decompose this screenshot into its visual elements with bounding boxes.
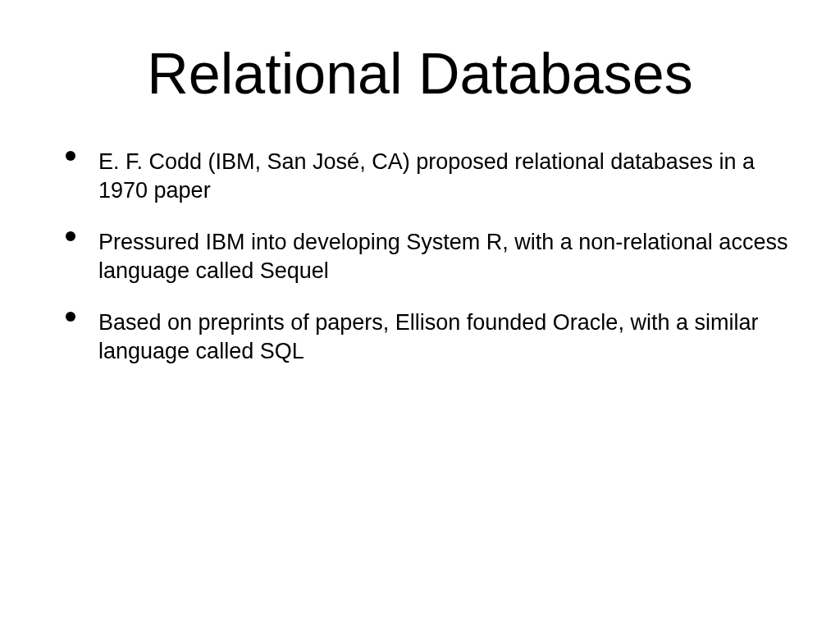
slide-title: Relational Databases (49, 41, 791, 107)
bullet-list: E. F. Codd (IBM, San José, CA) proposed … (49, 148, 791, 367)
bullet-icon (66, 231, 75, 241)
bullet-text: Based on preprints of papers, Ellison fo… (98, 310, 758, 363)
slide-container: Relational Databases E. F. Codd (IBM, Sa… (0, 0, 840, 630)
bullet-icon (66, 312, 75, 322)
bullet-text: Pressured IBM into developing System R, … (98, 230, 788, 283)
bullet-text: E. F. Codd (IBM, San José, CA) proposed … (98, 149, 755, 203)
list-item: E. F. Codd (IBM, San José, CA) proposed … (66, 148, 791, 205)
list-item: Based on preprints of papers, Ellison fo… (66, 308, 791, 366)
list-item: Pressured IBM into developing System R, … (66, 228, 791, 285)
bullet-icon (66, 151, 75, 161)
